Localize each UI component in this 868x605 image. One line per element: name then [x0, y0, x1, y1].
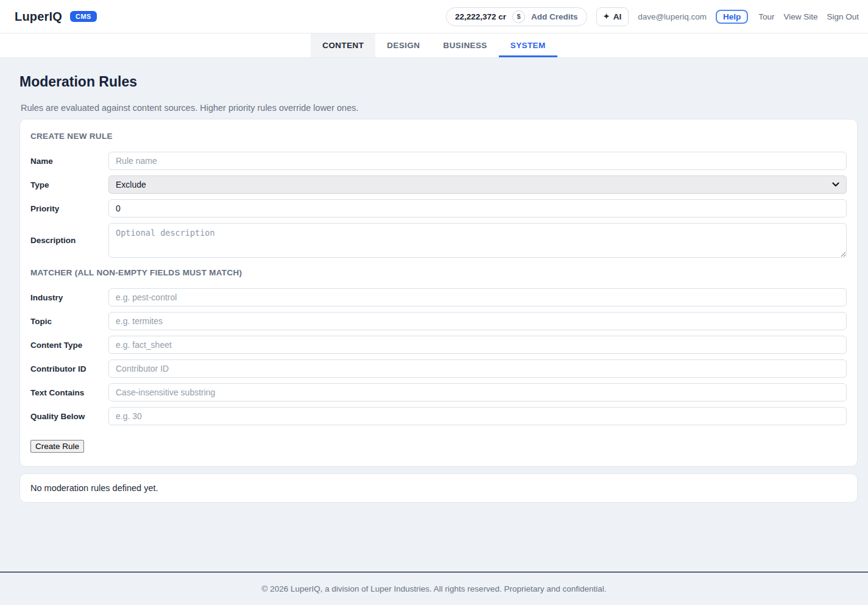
contributor-id-row: Contributor ID: [30, 359, 847, 378]
create-rule-section-title: CREATE NEW RULE: [30, 132, 847, 141]
description-label: Description: [30, 236, 108, 245]
credits-amount: 22,222,372 cr: [455, 12, 506, 21]
type-select[interactable]: Exclude: [108, 175, 847, 194]
user-email: dave@luperiq.com: [638, 12, 707, 21]
content-type-input[interactable]: [108, 336, 847, 354]
quality-below-label: Quality Below: [30, 412, 108, 421]
contributor-id-input[interactable]: [108, 359, 847, 378]
description-row: Description: [30, 223, 847, 258]
tab-design[interactable]: DESIGN: [375, 34, 431, 57]
app-logo: LuperIQ: [15, 10, 62, 24]
brand: LuperIQ CMS: [15, 10, 97, 24]
create-rule-card: CREATE NEW RULE Name Type Exclude Priori…: [19, 119, 858, 467]
sparkle-icon: ✦: [604, 12, 610, 21]
name-row: Name: [30, 152, 847, 170]
help-button[interactable]: Help: [716, 10, 748, 24]
industry-label: Industry: [30, 293, 108, 302]
quality-below-input[interactable]: [108, 407, 847, 425]
credits-pill: 22,222,372 cr $ Add Credits: [446, 7, 587, 26]
footer-copyright: © 2026 LuperIQ, a division of Luper Indu…: [261, 584, 606, 593]
priority-label: Priority: [30, 204, 108, 213]
priority-row: Priority: [30, 199, 847, 218]
name-label: Name: [30, 157, 108, 166]
topic-label: Topic: [30, 317, 108, 326]
content-type-row: Content Type: [30, 336, 847, 354]
matcher-section-title: MATCHER (ALL NON-EMPTY FIELDS MUST MATCH…: [30, 268, 847, 277]
tab-content[interactable]: CONTENT: [311, 34, 375, 57]
topic-input[interactable]: [108, 312, 847, 330]
industry-row: Industry: [30, 288, 847, 306]
type-select-wrap: Exclude: [108, 175, 847, 194]
topic-row: Topic: [30, 312, 847, 330]
page-title: Moderation Rules: [19, 74, 858, 90]
rules-empty-state: No moderation rules defined yet.: [19, 473, 858, 503]
create-rule-button[interactable]: Create Rule: [30, 440, 84, 453]
quality-below-row: Quality Below: [30, 407, 847, 425]
name-input[interactable]: [108, 152, 847, 170]
app-header: LuperIQ CMS 22,222,372 cr $ Add Credits …: [0, 0, 868, 34]
main-content: Moderation Rules Rules are evaluated aga…: [0, 58, 868, 571]
ai-button-label: AI: [613, 12, 622, 21]
dollar-icon: $: [512, 10, 525, 23]
view-site-link[interactable]: View Site: [783, 12, 817, 21]
header-actions: 22,222,372 cr $ Add Credits ✦ AI dave@lu…: [446, 7, 859, 26]
tab-system[interactable]: SYSTEM: [499, 34, 557, 57]
type-label: Type: [30, 180, 108, 189]
text-contains-input[interactable]: [108, 383, 847, 402]
text-contains-label: Text Contains: [30, 388, 108, 397]
type-row: Type Exclude: [30, 175, 847, 194]
content-type-label: Content Type: [30, 341, 108, 350]
contributor-id-label: Contributor ID: [30, 364, 108, 373]
rules-empty-message: No moderation rules defined yet.: [30, 483, 158, 493]
priority-input[interactable]: [108, 199, 847, 218]
cms-badge: CMS: [70, 11, 97, 22]
tab-business[interactable]: BUSINESS: [432, 34, 499, 57]
tour-link[interactable]: Tour: [758, 12, 774, 21]
description-textarea[interactable]: [108, 223, 847, 258]
add-credits-button[interactable]: Add Credits: [531, 12, 578, 21]
text-contains-row: Text Contains: [30, 383, 847, 402]
industry-input[interactable]: [108, 288, 847, 306]
page-subtitle: Rules are evaluated against content sour…: [21, 103, 858, 113]
ai-assistant-button[interactable]: ✦ AI: [596, 7, 629, 26]
primary-nav: CONTENT DESIGN BUSINESS SYSTEM: [0, 34, 868, 58]
sign-out-link[interactable]: Sign Out: [827, 12, 859, 21]
app-footer: © 2026 LuperIQ, a division of Luper Indu…: [0, 571, 868, 605]
